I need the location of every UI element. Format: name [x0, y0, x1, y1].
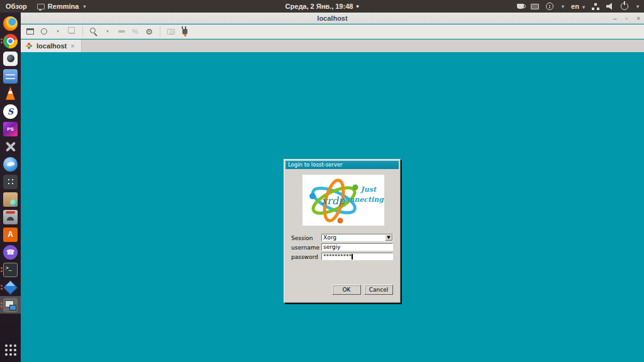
press-app-icon	[3, 210, 18, 224]
language-label: en	[571, 3, 579, 10]
remmina-toolbar: ▾ ▾ % ⚙	[21, 25, 644, 39]
show-applications-button[interactable]	[5, 344, 16, 356]
dynamic-resolution-button[interactable]	[38, 26, 50, 37]
duplicate-icon	[69, 29, 75, 34]
cancel-button[interactable]: Cancel	[364, 285, 393, 295]
scaled-mode-dropdown[interactable]: ▾	[102, 26, 113, 37]
viber-icon: ☎	[3, 245, 18, 260]
dock: S PS A ☎ >_	[0, 13, 21, 362]
screenshot-icon	[167, 29, 175, 35]
language-indicator[interactable]: en ▾	[571, 3, 585, 10]
close-button[interactable]: ×	[636, 15, 640, 22]
session-combo[interactable]: Xorg ▼	[321, 234, 393, 241]
calculator-icon	[3, 175, 18, 189]
activities-button[interactable]: Обзор	[6, 3, 27, 10]
app-menu-label: Remmina	[48, 3, 79, 10]
session-value: Xorg	[323, 234, 336, 241]
dock-item-terminal[interactable]: >_	[0, 261, 21, 278]
app-menu[interactable]: Remmina ▾	[37, 3, 86, 10]
password-label: password	[291, 254, 320, 260]
dock-item-software[interactable]	[0, 190, 21, 208]
accessibility-icon[interactable]	[546, 3, 553, 10]
power-icon[interactable]	[621, 3, 628, 10]
password-masked-value: **********	[323, 253, 352, 260]
remmina-icon	[3, 298, 18, 312]
chrome-icon	[3, 34, 18, 48]
ok-button[interactable]: OK	[332, 285, 361, 295]
camera-app-icon	[3, 52, 18, 66]
running-badges	[1, 267, 3, 272]
grab-keyboard-button	[116, 26, 127, 37]
volume-icon[interactable]	[606, 3, 614, 10]
tab-label: localhost	[36, 42, 67, 50]
xrdp-login-dialog: Login to losst-server xrdp Just connecti…	[284, 159, 401, 303]
caffeine-cup-icon[interactable]	[517, 4, 524, 9]
clock[interactable]: Среда, 2 Янв., 19:48	[286, 3, 359, 10]
dock-item-vlc[interactable]	[0, 85, 21, 102]
virtualbox-icon	[3, 280, 18, 295]
dock-item-calculator[interactable]	[0, 173, 21, 190]
package-globe-icon	[3, 192, 18, 207]
top-bar: Обзор Remmina ▾ Среда, 2 Янв., 19:48 ▾ e…	[0, 0, 644, 13]
duplicate-connection-button	[66, 26, 77, 37]
preferences-button[interactable]: ⚙	[143, 26, 155, 37]
remmina-indicator-icon	[37, 4, 45, 9]
notification-dot	[356, 5, 358, 8]
dock-item-remmina[interactable]	[0, 296, 21, 314]
username-value: sergiy	[323, 244, 340, 250]
fullscreen-button[interactable]	[25, 26, 36, 37]
toolbar-separator	[160, 26, 160, 36]
gear-icon: ⚙	[145, 27, 153, 36]
dock-item-camera[interactable]	[0, 50, 21, 67]
window-title: localhost	[317, 14, 347, 22]
file-cabinet-icon	[3, 69, 18, 84]
dialog-titlebar[interactable]: Login to losst-server	[286, 161, 399, 169]
dock-item-thunderbird[interactable]	[0, 155, 21, 173]
system-tray: ▾ en ▾ ▾	[517, 0, 639, 13]
maximize-button[interactable]: ▫	[626, 15, 628, 22]
dock-item-press[interactable]	[0, 208, 21, 226]
running-badges	[1, 302, 3, 307]
tab-close-icon[interactable]: ×	[70, 42, 74, 50]
combo-dropdown-icon[interactable]: ▼	[385, 234, 392, 241]
fullscreen-icon	[26, 28, 34, 35]
dock-item-chrome[interactable]	[0, 32, 21, 50]
chevron-down-icon: ▾	[106, 29, 109, 34]
minimize-button[interactable]: –	[613, 15, 617, 22]
screen-share-icon[interactable]	[531, 4, 539, 9]
xrdp-atom-logo: xrdp Just connecting	[303, 175, 384, 226]
tab-localhost[interactable]: localhost ×	[21, 40, 82, 52]
text-caret	[352, 254, 353, 260]
connection-icon	[26, 43, 33, 50]
dock-item-viber[interactable]: ☎	[0, 243, 21, 261]
network-wired-icon[interactable]	[592, 3, 599, 10]
chevron-down-icon: ▾	[57, 29, 59, 34]
percent-icon: %	[132, 28, 138, 35]
dock-item-firefox[interactable]	[0, 14, 21, 32]
resolution-dropdown[interactable]: ▾	[52, 26, 64, 37]
scaled-mode-button[interactable]	[88, 26, 99, 37]
scale-quality-button: %	[130, 26, 141, 37]
terminal-icon: >_	[3, 263, 18, 277]
username-input[interactable]: sergiy	[321, 243, 393, 251]
dock-item-phpstorm[interactable]: PS	[0, 120, 21, 138]
toolbar-separator	[82, 26, 83, 36]
password-input[interactable]: **********	[321, 253, 393, 260]
chevron-down-icon: ▾	[562, 4, 564, 9]
running-badges	[1, 38, 3, 43]
chevron-down-icon: ▾	[83, 4, 86, 9]
dock-item-files[interactable]	[0, 67, 21, 85]
disconnect-button[interactable]	[179, 26, 191, 37]
tab-bar: localhost ×	[21, 40, 644, 52]
dock-item-a-app[interactable]: A	[0, 226, 21, 243]
chevron-down-icon: ▾	[582, 4, 585, 10]
dock-item-s-app[interactable]: S	[0, 102, 21, 120]
dock-item-tools[interactable]	[0, 138, 21, 155]
clock-label: Среда, 2 Янв., 19:48	[286, 3, 353, 10]
screenshot-button	[165, 26, 177, 37]
window-titlebar[interactable]: localhost – ▫ ×	[21, 13, 644, 24]
dock-item-virtualbox[interactable]	[0, 278, 21, 296]
tagline-line2: connecting	[340, 195, 384, 204]
vlc-cone-icon	[3, 87, 18, 101]
plug-icon	[182, 29, 187, 35]
